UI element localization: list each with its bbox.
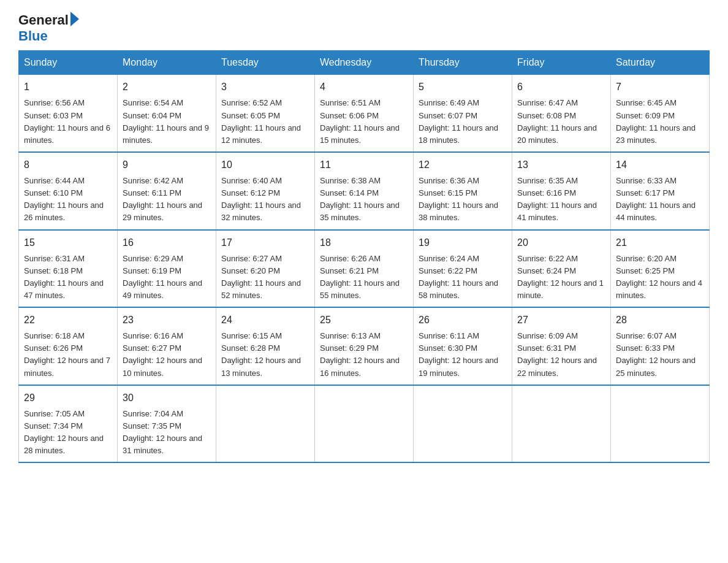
- calendar-week-row: 29 Sunrise: 7:05 AMSunset: 7:34 PMDaylig…: [19, 385, 710, 463]
- day-info: Sunrise: 6:40 AMSunset: 6:12 PMDaylight:…: [221, 176, 301, 222]
- day-number: 25: [320, 313, 408, 327]
- day-number: 13: [517, 158, 605, 172]
- day-info: Sunrise: 6:35 AMSunset: 6:16 PMDaylight:…: [517, 176, 597, 222]
- col-header-wednesday: Wednesday: [315, 51, 414, 75]
- day-info: Sunrise: 7:04 AMSunset: 7:35 PMDaylight:…: [123, 409, 202, 455]
- logo: General Blue: [18, 12, 79, 44]
- day-number: 1: [24, 80, 112, 94]
- day-info: Sunrise: 6:07 AMSunset: 6:33 PMDaylight:…: [616, 331, 696, 377]
- logo-text-blue: Blue: [18, 28, 48, 44]
- day-info: Sunrise: 6:15 AMSunset: 6:28 PMDaylight:…: [221, 331, 301, 377]
- calendar-week-row: 15 Sunrise: 6:31 AMSunset: 6:18 PMDaylig…: [19, 230, 710, 308]
- day-info: Sunrise: 6:47 AMSunset: 6:08 PMDaylight:…: [517, 98, 597, 144]
- calendar-cell: 30 Sunrise: 7:04 AMSunset: 7:35 PMDaylig…: [118, 385, 216, 463]
- day-number: 4: [320, 80, 408, 94]
- col-header-saturday: Saturday: [611, 51, 710, 75]
- day-info: Sunrise: 7:05 AMSunset: 7:34 PMDaylight:…: [24, 409, 104, 455]
- calendar-cell: 10 Sunrise: 6:40 AMSunset: 6:12 PMDaylig…: [216, 152, 315, 230]
- day-info: Sunrise: 6:31 AMSunset: 6:18 PMDaylight:…: [24, 254, 104, 300]
- calendar-cell: 22 Sunrise: 6:18 AMSunset: 6:26 PMDaylig…: [19, 307, 118, 385]
- calendar-cell: [611, 385, 710, 463]
- day-number: 11: [320, 158, 408, 172]
- calendar-cell: 4 Sunrise: 6:51 AMSunset: 6:06 PMDayligh…: [315, 75, 414, 152]
- logo-text-general: General: [18, 12, 69, 28]
- day-number: 26: [419, 313, 507, 327]
- day-number: 21: [616, 236, 704, 250]
- day-info: Sunrise: 6:24 AMSunset: 6:22 PMDaylight:…: [419, 254, 498, 300]
- day-info: Sunrise: 6:56 AMSunset: 6:03 PMDaylight:…: [24, 98, 110, 144]
- day-number: 9: [123, 158, 211, 172]
- day-number: 28: [616, 313, 704, 327]
- calendar-cell: 19 Sunrise: 6:24 AMSunset: 6:22 PMDaylig…: [414, 230, 512, 308]
- day-info: Sunrise: 6:20 AMSunset: 6:25 PMDaylight:…: [616, 254, 702, 300]
- day-info: Sunrise: 6:49 AMSunset: 6:07 PMDaylight:…: [419, 98, 498, 144]
- calendar-cell: 1 Sunrise: 6:56 AMSunset: 6:03 PMDayligh…: [19, 75, 118, 152]
- calendar-cell: 26 Sunrise: 6:11 AMSunset: 6:30 PMDaylig…: [414, 307, 512, 385]
- day-number: 14: [616, 158, 704, 172]
- col-header-friday: Friday: [512, 51, 611, 75]
- calendar-cell: 29 Sunrise: 7:05 AMSunset: 7:34 PMDaylig…: [19, 385, 118, 463]
- calendar-cell: 21 Sunrise: 6:20 AMSunset: 6:25 PMDaylig…: [611, 230, 710, 308]
- calendar-cell: [414, 385, 512, 463]
- calendar-cell: 12 Sunrise: 6:36 AMSunset: 6:15 PMDaylig…: [414, 152, 512, 230]
- day-number: 15: [24, 236, 112, 250]
- day-info: Sunrise: 6:11 AMSunset: 6:30 PMDaylight:…: [419, 331, 498, 377]
- day-info: Sunrise: 6:29 AMSunset: 6:19 PMDaylight:…: [123, 254, 202, 300]
- calendar-week-row: 22 Sunrise: 6:18 AMSunset: 6:26 PMDaylig…: [19, 307, 710, 385]
- day-info: Sunrise: 6:18 AMSunset: 6:26 PMDaylight:…: [24, 331, 110, 377]
- day-info: Sunrise: 6:13 AMSunset: 6:29 PMDaylight:…: [320, 331, 400, 377]
- day-number: 19: [419, 236, 507, 250]
- day-number: 12: [419, 158, 507, 172]
- calendar-cell: 6 Sunrise: 6:47 AMSunset: 6:08 PMDayligh…: [512, 75, 611, 152]
- calendar-cell: 15 Sunrise: 6:31 AMSunset: 6:18 PMDaylig…: [19, 230, 118, 308]
- calendar-cell: [216, 385, 315, 463]
- calendar-cell: 20 Sunrise: 6:22 AMSunset: 6:24 PMDaylig…: [512, 230, 611, 308]
- day-number: 16: [123, 236, 211, 250]
- day-number: 2: [123, 80, 211, 94]
- day-number: 30: [123, 391, 211, 405]
- calendar-cell: 13 Sunrise: 6:35 AMSunset: 6:16 PMDaylig…: [512, 152, 611, 230]
- day-number: 24: [221, 313, 309, 327]
- day-number: 17: [221, 236, 309, 250]
- calendar-cell: [512, 385, 611, 463]
- calendar-week-row: 8 Sunrise: 6:44 AMSunset: 6:10 PMDayligh…: [19, 152, 710, 230]
- calendar-cell: 16 Sunrise: 6:29 AMSunset: 6:19 PMDaylig…: [118, 230, 216, 308]
- day-number: 7: [616, 80, 704, 94]
- day-info: Sunrise: 6:42 AMSunset: 6:11 PMDaylight:…: [123, 176, 202, 222]
- calendar-cell: 8 Sunrise: 6:44 AMSunset: 6:10 PMDayligh…: [19, 152, 118, 230]
- calendar-cell: 25 Sunrise: 6:13 AMSunset: 6:29 PMDaylig…: [315, 307, 414, 385]
- col-header-monday: Monday: [118, 51, 216, 75]
- day-number: 27: [517, 313, 605, 327]
- day-info: Sunrise: 6:38 AMSunset: 6:14 PMDaylight:…: [320, 176, 400, 222]
- calendar-cell: 27 Sunrise: 6:09 AMSunset: 6:31 PMDaylig…: [512, 307, 611, 385]
- calendar-cell: 28 Sunrise: 6:07 AMSunset: 6:33 PMDaylig…: [611, 307, 710, 385]
- col-header-tuesday: Tuesday: [216, 51, 315, 75]
- calendar-week-row: 1 Sunrise: 6:56 AMSunset: 6:03 PMDayligh…: [19, 75, 710, 152]
- day-number: 3: [221, 80, 309, 94]
- day-info: Sunrise: 6:51 AMSunset: 6:06 PMDaylight:…: [320, 98, 400, 144]
- day-number: 8: [24, 158, 112, 172]
- day-number: 29: [24, 391, 112, 405]
- day-number: 22: [24, 313, 112, 327]
- day-info: Sunrise: 6:45 AMSunset: 6:09 PMDaylight:…: [616, 98, 696, 144]
- calendar-table: SundayMondayTuesdayWednesdayThursdayFrid…: [18, 50, 710, 463]
- page-header: General Blue: [18, 12, 710, 44]
- calendar-cell: 17 Sunrise: 6:27 AMSunset: 6:20 PMDaylig…: [216, 230, 315, 308]
- day-info: Sunrise: 6:52 AMSunset: 6:05 PMDaylight:…: [221, 98, 301, 144]
- calendar-cell: 23 Sunrise: 6:16 AMSunset: 6:27 PMDaylig…: [118, 307, 216, 385]
- calendar-cell: 24 Sunrise: 6:15 AMSunset: 6:28 PMDaylig…: [216, 307, 315, 385]
- calendar-cell: 14 Sunrise: 6:33 AMSunset: 6:17 PMDaylig…: [611, 152, 710, 230]
- logo-triangle-icon: [70, 12, 79, 26]
- calendar-cell: 9 Sunrise: 6:42 AMSunset: 6:11 PMDayligh…: [118, 152, 216, 230]
- col-header-thursday: Thursday: [414, 51, 512, 75]
- day-info: Sunrise: 6:27 AMSunset: 6:20 PMDaylight:…: [221, 254, 301, 300]
- day-number: 20: [517, 236, 605, 250]
- calendar-cell: 3 Sunrise: 6:52 AMSunset: 6:05 PMDayligh…: [216, 75, 315, 152]
- calendar-cell: 7 Sunrise: 6:45 AMSunset: 6:09 PMDayligh…: [611, 75, 710, 152]
- day-info: Sunrise: 6:54 AMSunset: 6:04 PMDaylight:…: [123, 98, 209, 144]
- calendar-header-row: SundayMondayTuesdayWednesdayThursdayFrid…: [19, 51, 710, 75]
- day-number: 18: [320, 236, 408, 250]
- calendar-cell: [315, 385, 414, 463]
- day-info: Sunrise: 6:09 AMSunset: 6:31 PMDaylight:…: [517, 331, 597, 377]
- col-header-sunday: Sunday: [19, 51, 118, 75]
